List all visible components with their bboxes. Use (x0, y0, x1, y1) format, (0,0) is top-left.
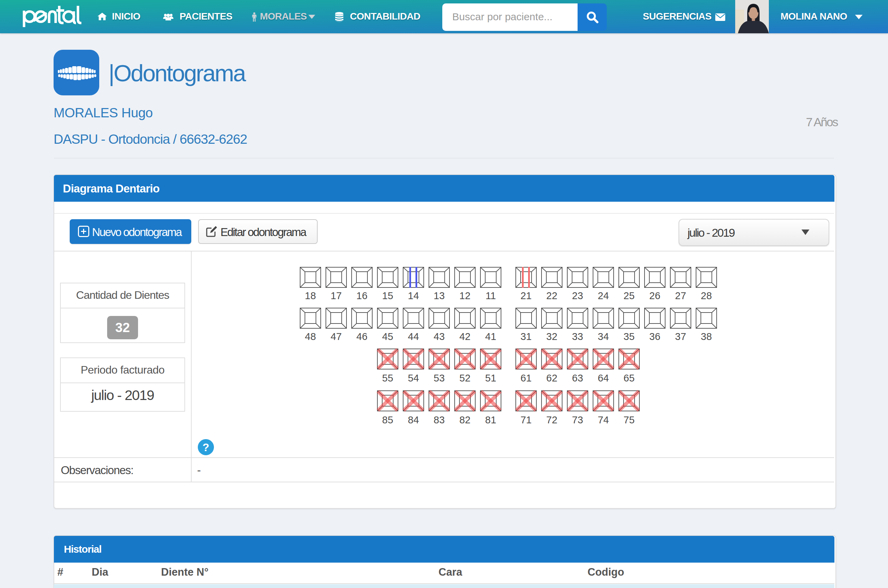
svg-text:42: 42 (459, 331, 470, 342)
svg-text:36: 36 (649, 331, 660, 342)
svg-text:81: 81 (485, 414, 496, 425)
svg-text:32: 32 (546, 331, 557, 342)
svg-text:24: 24 (598, 290, 609, 301)
svg-text:62: 62 (546, 372, 557, 384)
svg-text:11: 11 (486, 290, 496, 301)
svg-text:17: 17 (331, 290, 342, 301)
svg-text:16: 16 (357, 290, 367, 301)
svg-text:48: 48 (305, 331, 316, 342)
svg-text:44: 44 (408, 331, 419, 342)
svg-text:52: 52 (459, 372, 470, 384)
svg-text:55: 55 (382, 372, 393, 384)
svg-text:37: 37 (675, 331, 686, 342)
svg-text:28: 28 (701, 290, 712, 301)
svg-text:35: 35 (624, 331, 635, 342)
svg-text:47: 47 (331, 331, 342, 342)
svg-text:63: 63 (572, 372, 583, 384)
svg-text:25: 25 (624, 290, 635, 301)
svg-text:61: 61 (521, 372, 531, 384)
svg-text:14: 14 (408, 290, 419, 301)
svg-text:83: 83 (434, 414, 445, 425)
svg-text:18: 18 (305, 290, 316, 301)
svg-text:65: 65 (624, 372, 635, 384)
svg-text:33: 33 (572, 331, 583, 342)
svg-text:22: 22 (546, 290, 557, 301)
svg-text:15: 15 (382, 290, 393, 301)
svg-text:74: 74 (598, 414, 609, 425)
svg-text:23: 23 (572, 290, 583, 301)
svg-text:51: 51 (485, 372, 496, 384)
svg-text:34: 34 (598, 331, 609, 342)
svg-text:27: 27 (675, 290, 686, 301)
svg-text:53: 53 (434, 372, 445, 384)
svg-text:64: 64 (598, 372, 609, 384)
svg-text:73: 73 (572, 414, 583, 425)
svg-text:41: 41 (485, 331, 496, 342)
svg-text:46: 46 (357, 331, 367, 342)
svg-text:43: 43 (434, 331, 445, 342)
svg-text:26: 26 (649, 290, 660, 301)
svg-text:13: 13 (434, 290, 445, 301)
svg-text:85: 85 (382, 414, 393, 425)
svg-text:21: 21 (521, 290, 531, 301)
svg-text:38: 38 (701, 331, 712, 342)
svg-text:?: ? (203, 441, 209, 453)
svg-text:71: 71 (521, 414, 531, 425)
svg-text:82: 82 (459, 414, 470, 425)
svg-text:75: 75 (624, 414, 635, 425)
svg-text:84: 84 (408, 414, 419, 425)
svg-text:12: 12 (459, 290, 470, 301)
svg-text:72: 72 (546, 414, 557, 425)
svg-text:45: 45 (382, 331, 393, 342)
svg-text:31: 31 (521, 331, 531, 342)
svg-text:54: 54 (408, 372, 419, 384)
